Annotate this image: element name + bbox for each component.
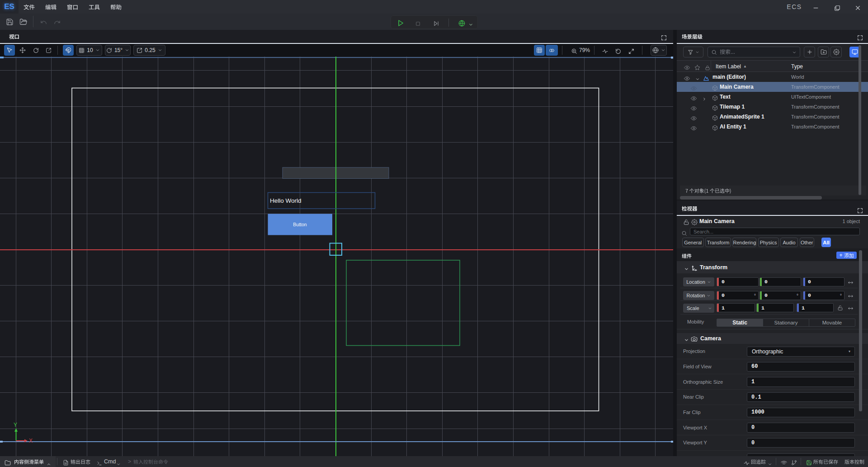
svg-text:Button: Button xyxy=(293,222,307,227)
svg-text:Hello World: Hello World xyxy=(270,197,302,204)
svg-text:X: X xyxy=(29,438,33,444)
svg-text:Y: Y xyxy=(14,422,17,428)
